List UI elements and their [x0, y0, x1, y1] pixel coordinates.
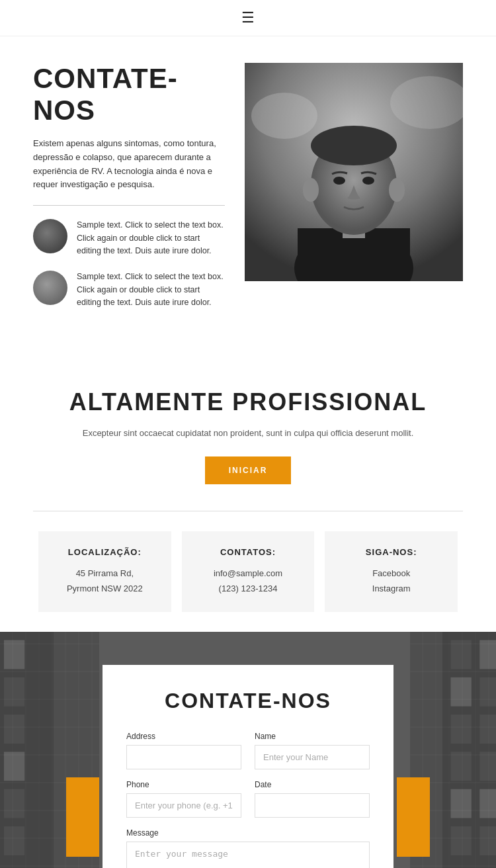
message-label: Message: [126, 828, 370, 838]
message-textarea[interactable]: [126, 842, 370, 868]
svg-rect-42: [479, 752, 496, 781]
message-group: Message: [126, 828, 370, 868]
svg-rect-34: [451, 677, 472, 706]
info-section: LOCALIZAÇÃO: 45 Pirrama Rd,Pyrmont NSW 2…: [0, 511, 496, 631]
info-contacts-box: CONTATOS: info@sample.com(123) 123-1234: [182, 531, 315, 611]
svg-rect-38: [451, 826, 472, 855]
team-text-2: Sample text. Click to select the text bo…: [77, 271, 225, 309]
svg-rect-40: [479, 677, 496, 706]
hero-divider: [33, 205, 225, 206]
svg-rect-41: [479, 715, 496, 744]
professional-title: ALTAMENTE PROFISSIONAL: [33, 388, 463, 416]
svg-point-6: [333, 177, 345, 185]
date-input[interactable]: [255, 793, 370, 818]
contact-form-title: CONTATE-NOS: [126, 689, 370, 713]
info-location-label: LOCALIZAÇÃO:: [52, 547, 158, 557]
navbar: ☰: [0, 0, 496, 36]
svg-rect-36: [451, 752, 472, 781]
contact-form: Address Name Phone Date: [126, 732, 370, 868]
form-row-phone-date: Phone Date: [126, 780, 370, 818]
team-item-1: Sample text. Click to select the text bo…: [33, 219, 225, 257]
avatar-2: [33, 271, 67, 305]
orange-accent-left: [66, 777, 99, 857]
hero-section: CONTATE-NOS Existem apenas alguns sintom…: [0, 36, 496, 355]
svg-rect-33: [451, 640, 472, 669]
date-group: Date: [255, 780, 370, 818]
contact-form-section: CONTATE-NOS Address Name Phone Date: [0, 632, 496, 868]
info-social-value: FacebookInstagram: [338, 566, 444, 595]
contact-form-wrapper: CONTATE-NOS Address Name Phone Date: [103, 665, 393, 868]
svg-point-5: [311, 126, 397, 165]
phone-label: Phone: [126, 780, 241, 789]
name-group: Name: [255, 732, 370, 769]
orange-accent-right: [397, 777, 430, 857]
svg-point-8: [303, 178, 319, 202]
hero-portrait-svg: [245, 63, 463, 281]
svg-rect-29: [4, 752, 24, 781]
svg-rect-37: [451, 789, 472, 818]
svg-rect-43: [479, 789, 496, 818]
form-row-message: Message: [126, 828, 370, 868]
svg-rect-35: [451, 715, 472, 744]
info-social-label: SIGA-NOS:: [338, 547, 444, 557]
date-label: Date: [255, 780, 370, 789]
svg-rect-27: [4, 677, 24, 706]
info-contacts-value: info@sample.com(123) 123-1234: [195, 566, 302, 595]
svg-rect-31: [4, 826, 24, 855]
hero-left: CONTATE-NOS Existem apenas alguns sintom…: [33, 63, 225, 322]
hero-image: [245, 63, 463, 281]
svg-rect-26: [4, 640, 24, 669]
svg-rect-44: [479, 826, 496, 855]
name-input[interactable]: [255, 745, 370, 769]
phone-group: Phone: [126, 780, 241, 818]
avatar-1: [33, 219, 67, 253]
info-contacts-label: CONTATOS:: [195, 547, 302, 557]
address-input[interactable]: [126, 745, 241, 769]
svg-rect-30: [4, 789, 24, 818]
iniciar-button[interactable]: INICIAR: [205, 456, 292, 484]
hero-right: [245, 63, 463, 322]
hamburger-icon[interactable]: ☰: [241, 9, 255, 26]
form-row-address-name: Address Name: [126, 732, 370, 769]
svg-point-10: [251, 93, 317, 139]
svg-point-9: [389, 178, 405, 202]
svg-point-7: [362, 177, 374, 185]
hero-description: Existem apenas alguns sintomas, como ton…: [33, 137, 225, 192]
professional-section: ALTAMENTE PROFISSIONAL Excepteur sint oc…: [0, 355, 496, 511]
svg-rect-39: [479, 640, 496, 669]
professional-description: Excepteur sint occaecat cupidatat non pr…: [33, 428, 463, 438]
address-group: Address: [126, 732, 241, 769]
phone-input[interactable]: [126, 793, 241, 818]
svg-rect-28: [4, 715, 24, 744]
info-location-box: LOCALIZAÇÃO: 45 Pirrama Rd,Pyrmont NSW 2…: [38, 531, 171, 611]
info-location-value: 45 Pirrama Rd,Pyrmont NSW 2022: [52, 566, 158, 595]
team-text-1: Sample text. Click to select the text bo…: [77, 219, 225, 257]
name-label: Name: [255, 732, 370, 741]
info-social-box: SIGA-NOS: FacebookInstagram: [325, 531, 458, 611]
hero-title: CONTATE-NOS: [33, 63, 225, 126]
team-item-2: Sample text. Click to select the text bo…: [33, 271, 225, 309]
address-label: Address: [126, 732, 241, 741]
